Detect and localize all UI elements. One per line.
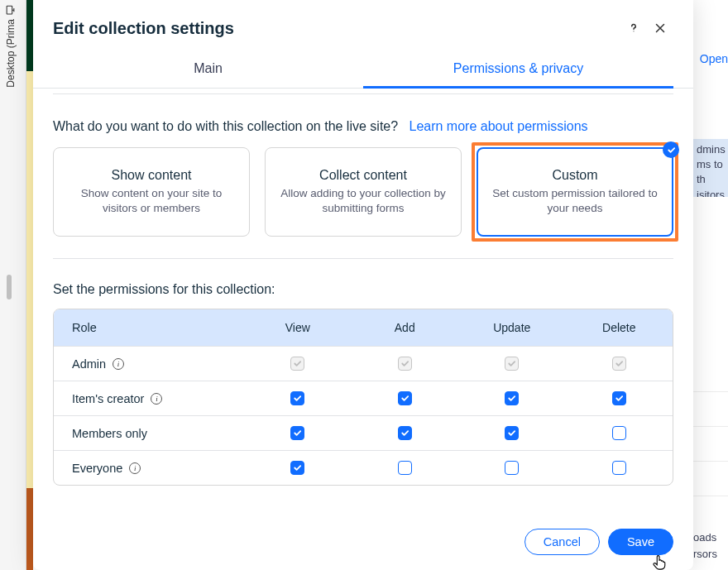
role-label: Members only bbox=[72, 427, 147, 440]
col-role: Role bbox=[54, 321, 244, 334]
role-label: Item's creator bbox=[72, 392, 144, 405]
cancel-button[interactable]: Cancel bbox=[524, 529, 600, 555]
edit-collection-modal: Edit collection settings Main Permission… bbox=[33, 0, 693, 570]
modal-header: Edit collection settings bbox=[33, 0, 693, 50]
table-header-row: Role View Add Update Delete bbox=[54, 309, 673, 346]
checkbox-creator-add[interactable] bbox=[398, 391, 412, 405]
modal-title: Edit collection settings bbox=[53, 19, 620, 38]
col-add: Add bbox=[352, 321, 459, 334]
close-icon bbox=[653, 21, 668, 36]
card-desc: Allow adding to your collection by submi… bbox=[277, 186, 449, 216]
bg-scrollbar-thumb[interactable] bbox=[7, 275, 12, 299]
table-row: Admin i bbox=[54, 346, 673, 381]
tabs: Main Permissions & privacy bbox=[33, 50, 693, 89]
save-button[interactable]: Save bbox=[608, 529, 673, 555]
bg-accent-strip bbox=[26, 71, 33, 488]
role-cell: Admin i bbox=[54, 357, 244, 371]
desktop-icon bbox=[6, 5, 17, 16]
bg-desktop-label: Desktop (Prima bbox=[3, 0, 18, 93]
info-icon[interactable]: i bbox=[113, 358, 124, 370]
role-cell: Everyone i bbox=[54, 462, 244, 475]
card-show-content[interactable]: Show content Show content on your site t… bbox=[53, 147, 250, 237]
role-cell: Members only bbox=[54, 427, 244, 440]
col-update: Update bbox=[458, 321, 566, 334]
checkbox-creator-delete[interactable] bbox=[612, 391, 626, 405]
checkbox-members-add[interactable] bbox=[398, 426, 412, 440]
checkbox-admin-view bbox=[290, 357, 304, 371]
card-desc: Show content on your site to visitors or… bbox=[65, 186, 237, 216]
permission-mode-cards: Show content Show content on your site t… bbox=[53, 147, 673, 259]
tab-main[interactable]: Main bbox=[53, 50, 363, 88]
svg-rect-0 bbox=[7, 7, 13, 15]
role-label: Everyone bbox=[72, 462, 122, 475]
checkbox-everyone-update[interactable] bbox=[505, 461, 519, 475]
checkbox-admin-delete bbox=[612, 357, 626, 371]
card-collect-content[interactable]: Collect content Allow adding to your col… bbox=[265, 147, 462, 237]
col-delete: Delete bbox=[566, 321, 673, 334]
modal-footer: Cancel Save bbox=[33, 514, 693, 570]
info-icon[interactable]: i bbox=[151, 393, 162, 405]
checkbox-admin-update bbox=[505, 357, 519, 371]
checkbox-everyone-view[interactable] bbox=[290, 461, 304, 475]
bg-bottom-text: oads rsors bbox=[693, 529, 728, 562]
help-button[interactable] bbox=[620, 15, 647, 41]
selected-badge bbox=[663, 141, 679, 158]
bg-row-stubs bbox=[693, 357, 728, 496]
question-text: What do you want to do with this collect… bbox=[53, 119, 398, 133]
question-row: What do you want to do with this collect… bbox=[53, 94, 673, 147]
help-icon bbox=[626, 21, 641, 36]
table-row: Members only bbox=[54, 415, 673, 450]
card-title: Custom bbox=[489, 168, 661, 183]
card-desc: Set custom permission tailored to your n… bbox=[489, 186, 661, 216]
checkbox-creator-view[interactable] bbox=[290, 391, 304, 405]
bg-accent-strip bbox=[26, 488, 33, 570]
checkbox-members-update[interactable] bbox=[505, 426, 519, 440]
checkbox-everyone-add[interactable] bbox=[398, 461, 412, 475]
close-button[interactable] bbox=[647, 15, 673, 41]
table-row: Item's creator i bbox=[54, 381, 673, 415]
tab-permissions[interactable]: Permissions & privacy bbox=[363, 50, 673, 88]
checkbox-creator-update[interactable] bbox=[505, 391, 519, 405]
role-cell: Item's creator i bbox=[54, 392, 244, 405]
svg-point-1 bbox=[633, 31, 634, 31]
bg-info-box: dmins ms to th isitors. ons bbox=[693, 139, 728, 197]
learn-more-link[interactable]: Learn more about permissions bbox=[409, 119, 587, 133]
role-label: Admin bbox=[72, 357, 106, 371]
bg-desktop-text: Desktop (Prima bbox=[5, 19, 17, 88]
card-title: Collect content bbox=[277, 168, 449, 183]
modal-body: What do you want to do with this collect… bbox=[33, 89, 693, 514]
checkbox-members-delete[interactable] bbox=[612, 426, 626, 440]
checkmark-icon bbox=[667, 146, 676, 155]
table-row: Everyone i bbox=[54, 450, 673, 485]
card-title: Show content bbox=[65, 168, 237, 183]
card-custom[interactable]: Custom Set custom permission tailored to… bbox=[477, 147, 673, 237]
checkbox-everyone-delete[interactable] bbox=[612, 461, 626, 475]
permissions-heading: Set the permissions for this collection: bbox=[53, 259, 673, 309]
checkbox-admin-add bbox=[398, 357, 412, 371]
bg-accent-strip bbox=[26, 0, 33, 71]
checkbox-members-view[interactable] bbox=[290, 426, 304, 440]
col-view: View bbox=[244, 321, 352, 334]
permissions-table: Role View Add Update Delete Admin i bbox=[53, 309, 673, 486]
info-icon[interactable]: i bbox=[129, 462, 141, 474]
bg-open-link[interactable]: Open bbox=[693, 46, 728, 72]
